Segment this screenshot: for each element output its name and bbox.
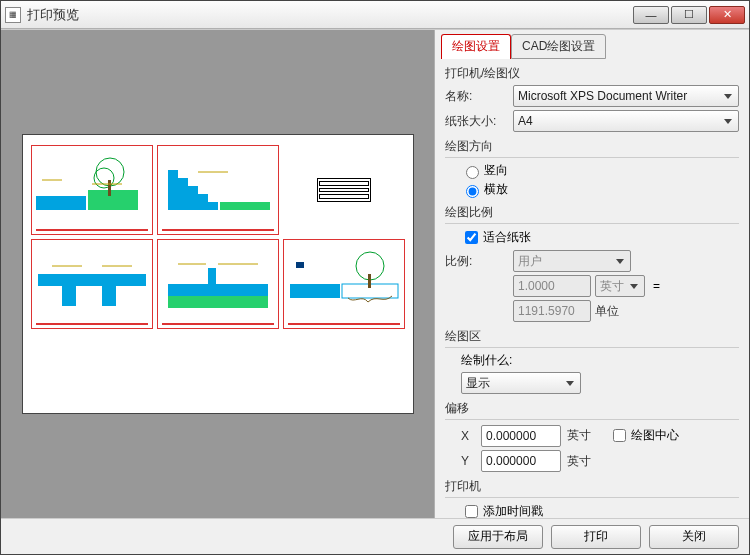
svg-rect-1 xyxy=(88,190,138,210)
input-scale-b[interactable] xyxy=(513,300,591,322)
label-name: 名称: xyxy=(445,88,513,105)
minimize-button[interactable]: — xyxy=(633,6,669,24)
window-body: 绘图设置 CAD绘图设置 打印机/绘图仪 名称: Microsoft XPS D… xyxy=(1,29,749,518)
button-bar: 应用于布局 打印 关闭 xyxy=(1,518,749,554)
close-button[interactable]: 关闭 xyxy=(649,525,739,549)
svg-rect-17 xyxy=(208,268,216,284)
label-y: Y xyxy=(461,454,481,468)
tab-cad-settings[interactable]: CAD绘图设置 xyxy=(511,34,606,59)
svg-marker-7 xyxy=(168,170,218,210)
select-unit-a[interactable]: 英寸 xyxy=(595,275,645,297)
tile-grid xyxy=(31,145,405,329)
window-controls: — ☐ ✕ xyxy=(631,6,745,24)
preview-pane xyxy=(1,30,434,518)
drawing-tile xyxy=(157,239,279,329)
group-header: 绘图区 xyxy=(445,328,739,345)
label-ratio: 比例: xyxy=(445,253,513,270)
svg-rect-11 xyxy=(62,286,76,306)
label-unit: 英寸 xyxy=(567,427,591,444)
check-fit-to-paper[interactable]: 适合纸张 xyxy=(461,228,739,247)
input-offset-x[interactable] xyxy=(481,425,561,447)
group-area: 绘图区 绘制什么: 显示 xyxy=(445,328,739,394)
group-orientation: 绘图方向 竖向 横放 xyxy=(445,138,739,198)
group-header: 偏移 xyxy=(445,400,739,417)
select-paper[interactable]: A4 xyxy=(513,110,739,132)
select-printer[interactable]: Microsoft XPS Document Writer xyxy=(513,85,739,107)
preview-page xyxy=(22,134,414,414)
label-unit: 英寸 xyxy=(567,453,591,470)
select-scale[interactable]: 用户 xyxy=(513,250,631,272)
svg-rect-0 xyxy=(36,196,86,210)
label-unit-b: 单位 xyxy=(595,303,645,320)
svg-marker-8 xyxy=(220,202,270,210)
drawing-tile xyxy=(283,239,405,329)
print-preview-window: ▦ 打印预览 — ☐ ✕ xyxy=(0,0,750,555)
maximize-button[interactable]: ☐ xyxy=(671,6,707,24)
svg-rect-24 xyxy=(296,262,304,268)
group-scale: 绘图比例 适合纸张 比例: 用户 英寸 = 单位 xyxy=(445,204,739,322)
panel-body: 打印机/绘图仪 名称: Microsoft XPS Document Write… xyxy=(435,59,749,518)
drawing-tile xyxy=(157,145,279,235)
group-header: 打印机/绘图仪 xyxy=(445,65,739,82)
titleblock-tile xyxy=(283,145,405,235)
svg-rect-15 xyxy=(168,284,268,296)
svg-rect-16 xyxy=(168,296,268,308)
input-offset-y[interactable] xyxy=(481,450,561,472)
input-scale-a[interactable] xyxy=(513,275,591,297)
window-title: 打印预览 xyxy=(27,6,631,24)
svg-rect-10 xyxy=(38,274,146,286)
group-printer2: 打印机 添加时间戳 xyxy=(445,478,739,518)
label-x: X xyxy=(461,429,481,443)
print-button[interactable]: 打印 xyxy=(551,525,641,549)
settings-panel: 绘图设置 CAD绘图设置 打印机/绘图仪 名称: Microsoft XPS D… xyxy=(434,30,749,518)
tab-plot-settings[interactable]: 绘图设置 xyxy=(441,34,511,59)
group-offset: 偏移 X 英寸 绘图中心 Y 英寸 xyxy=(445,400,739,472)
label-what: 绘制什么: xyxy=(461,352,739,369)
titlebar: ▦ 打印预览 — ☐ ✕ xyxy=(1,1,749,29)
radio-landscape[interactable]: 横放 xyxy=(461,181,739,198)
equals-sign: = xyxy=(653,279,660,293)
select-what[interactable]: 显示 xyxy=(461,372,581,394)
drawing-tile xyxy=(31,145,153,235)
check-center[interactable]: 绘图中心 xyxy=(609,426,679,445)
radio-portrait[interactable]: 竖向 xyxy=(461,162,739,179)
svg-rect-12 xyxy=(102,286,116,306)
drawing-tile xyxy=(31,239,153,329)
svg-rect-23 xyxy=(368,274,371,288)
apply-button[interactable]: 应用于布局 xyxy=(453,525,543,549)
svg-rect-20 xyxy=(290,284,340,298)
check-timestamp[interactable]: 添加时间戳 xyxy=(461,502,739,518)
app-icon: ▦ xyxy=(5,7,21,23)
group-header: 绘图比例 xyxy=(445,204,739,221)
tabstrip: 绘图设置 CAD绘图设置 xyxy=(435,30,749,59)
group-header: 打印机 xyxy=(445,478,739,495)
svg-rect-4 xyxy=(108,180,111,196)
close-button[interactable]: ✕ xyxy=(709,6,745,24)
label-paper: 纸张大小: xyxy=(445,113,513,130)
group-header: 绘图方向 xyxy=(445,138,739,155)
group-printer: 打印机/绘图仪 名称: Microsoft XPS Document Write… xyxy=(445,65,739,132)
